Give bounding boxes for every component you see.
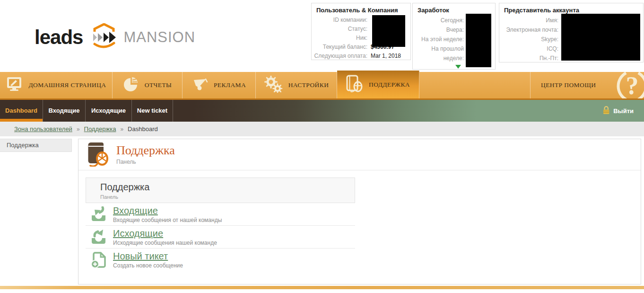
row-label: Текущий баланс: xyxy=(312,43,367,52)
inbox-description: Входящие сообщения от нашей команды xyxy=(113,217,222,223)
redacted-value xyxy=(372,15,405,47)
row-label: Электронная почта: xyxy=(499,25,558,35)
page: leads MANSION Пользователь & Компания ID… xyxy=(0,0,644,293)
row-label: Статус: xyxy=(312,25,367,34)
new-ticket-description: Создать новое сообщение xyxy=(113,262,183,269)
help-center-label: ЦЕНТР ПОМОЩИ xyxy=(541,81,596,89)
inbox-link[interactable]: Входящие xyxy=(113,205,222,216)
row-label: На прошлой неделе: xyxy=(413,44,464,63)
header: leads MANSION Пользователь & Компания ID… xyxy=(0,0,644,72)
row-label: Следующая оплата: xyxy=(312,52,367,61)
panel-subtitle: Панель xyxy=(100,194,355,200)
inbox-icon xyxy=(90,206,107,222)
row-label: ICQ: xyxy=(499,44,558,53)
list-item-new-ticket: Новый тикет Создать новое сообщение xyxy=(86,249,355,271)
tab-settings[interactable]: НАСТРОЙКИ xyxy=(256,72,337,98)
support-book-mouse-icon xyxy=(346,75,363,95)
logo-text-mansion: MANSION xyxy=(123,29,195,46)
row-label: ID компании: xyxy=(312,16,367,25)
logout-label: Выйти xyxy=(613,107,634,115)
next-payment-value: Mar 1, 2018 xyxy=(367,52,401,61)
logout-button[interactable]: Выйти xyxy=(602,100,644,122)
item-text: Новый тикет Создать новое сообщение xyxy=(113,251,183,269)
tab-label: НАСТРОЙКИ xyxy=(288,81,329,89)
tab-label: РЕКЛАМА xyxy=(214,81,246,89)
outbox-link[interactable]: Исходящие xyxy=(113,228,217,239)
tab-support[interactable]: ПОДДЕРЖКА xyxy=(337,71,419,98)
gears-icon xyxy=(264,76,283,95)
outbox-icon xyxy=(90,229,107,245)
content-area: Поддержка Поддержка Панель xyxy=(0,139,644,286)
pie-chart-icon xyxy=(123,77,139,94)
page-title-block: Поддержка Панель xyxy=(116,144,175,165)
tab-reports[interactable]: ОТЧЕТЫ xyxy=(113,72,183,98)
user-company-title: Пользователь & Компания xyxy=(312,3,410,16)
main-panel: Поддержка Панель Поддержка Панель xyxy=(78,139,641,284)
row-label: Skype: xyxy=(499,35,558,44)
arrow-down-icon xyxy=(455,65,461,69)
earnings-box: Заработок Сегодня: Вчера: На этой неделе… xyxy=(412,3,496,70)
question-mark-icon: ? xyxy=(614,72,644,98)
row-label: Сегодня: xyxy=(413,16,464,25)
tab-label: ДОМАШНЯЯ СТРАНИЦА xyxy=(28,81,106,89)
megaphone-icon xyxy=(192,77,208,93)
support-book-mouse-icon xyxy=(87,141,109,169)
page-header: Поддержка Панель xyxy=(78,139,641,170)
row-label: На этой неделе: xyxy=(413,35,464,44)
tab-advertising[interactable]: РЕКЛАМА xyxy=(183,72,256,98)
breadcrumb-current: Dashboard xyxy=(128,125,158,133)
new-ticket-link[interactable]: Новый тикет xyxy=(113,251,183,261)
redacted-value xyxy=(466,14,491,67)
monitor-icon xyxy=(6,77,23,94)
subnav-item-new-ticket[interactable]: New ticket xyxy=(132,100,173,122)
row-label: Имя: xyxy=(499,16,558,25)
list-item-inbox: Входящие Входящие сообщения от нашей ком… xyxy=(86,203,355,226)
item-text: Входящие Входящие сообщения от нашей ком… xyxy=(113,205,222,223)
new-ticket-icon xyxy=(90,251,107,268)
list-item-outbox: Исходящие Исходящие сообщения нашей кома… xyxy=(86,226,355,249)
item-text: Исходящие Исходящие сообщения нашей кома… xyxy=(113,228,217,246)
page-subtitle: Панель xyxy=(116,159,175,165)
tab-label: ОТЧЕТЫ xyxy=(145,81,172,89)
breadcrumb-link-user-zone[interactable]: Зона пользователей xyxy=(14,125,72,133)
breadcrumb: Зона пользователей»Поддержка»Dashboard xyxy=(0,122,644,136)
redacted-value xyxy=(561,14,640,61)
panel-header: Поддержка Панель xyxy=(86,178,355,203)
sub-nav: Dashboard Входящие Исходящие New ticket … xyxy=(0,98,644,122)
logo-text-leads: leads xyxy=(35,26,83,49)
subnav-item-dashboard[interactable]: Dashboard xyxy=(0,100,43,122)
logo[interactable]: leads MANSION xyxy=(35,23,195,52)
row-label: Ник: xyxy=(312,34,367,43)
padlock-icon xyxy=(602,106,610,116)
account-representative-box: Представитель аккаунта Имя: Электронная … xyxy=(499,3,644,62)
subnav-item-outbox[interactable]: Исходящие xyxy=(86,100,132,122)
row-label: Пн.-Пт: xyxy=(499,53,558,63)
breadcrumb-separator: » xyxy=(120,126,123,133)
svg-text:?: ? xyxy=(626,72,639,98)
subnav-spacer xyxy=(173,100,602,122)
support-dashboard-panel: Поддержка Панель Входящие Входящие сообщ… xyxy=(86,178,355,271)
breadcrumb-separator: » xyxy=(77,126,80,133)
breadcrumb-link-support[interactable]: Поддержка xyxy=(84,125,116,133)
row-label: Вчера: xyxy=(413,25,464,35)
panel-title: Поддержка xyxy=(100,182,355,193)
help-center-button[interactable]: ЦЕНТР ПОМОЩИ ? xyxy=(530,72,644,98)
footer-accent-bar xyxy=(0,286,644,289)
outbox-description: Исходящие сообщения нашей команде xyxy=(113,240,217,246)
tab-home[interactable]: ДОМАШНЯЯ СТРАНИЦА xyxy=(0,72,113,98)
user-company-box: Пользователь & Компания ID компании: Ста… xyxy=(311,3,411,60)
nav-spacer xyxy=(419,72,530,98)
sidebar-item-support[interactable]: Поддержка xyxy=(0,139,72,152)
tab-label: ПОДДЕРЖКА xyxy=(369,81,410,89)
subnav-item-inbox[interactable]: Входящие xyxy=(43,100,86,122)
main-nav: ДОМАШНЯЯ СТРАНИЦА ОТЧЕТЫ РЕКЛАМА xyxy=(0,72,644,98)
page-title: Поддержка xyxy=(116,144,175,157)
logo-arrows-house-icon xyxy=(89,23,120,52)
